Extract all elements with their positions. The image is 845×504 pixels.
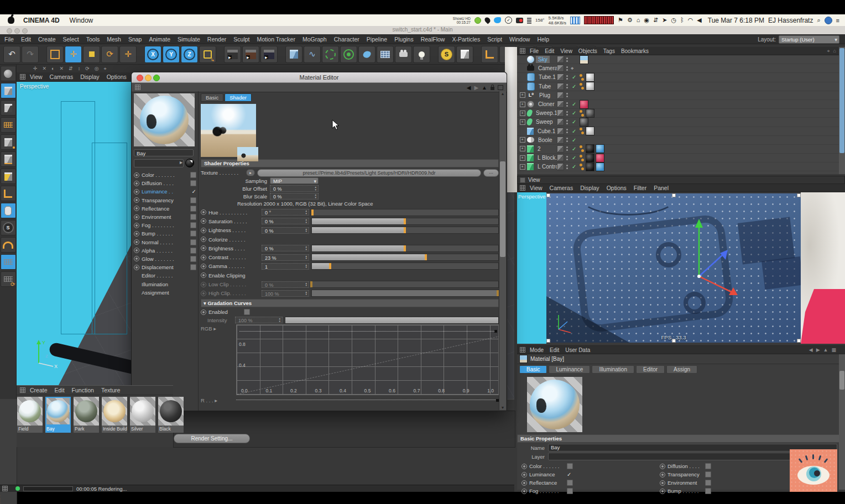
render-view-button[interactable] bbox=[224, 46, 241, 63]
channel-label[interactable]: Reflectance bbox=[529, 480, 565, 486]
viewport-toggle-icon[interactable]: ✕ bbox=[60, 66, 64, 72]
enabled-check-icon[interactable]: ✓ bbox=[572, 74, 576, 80]
object-menu-item[interactable]: Edit bbox=[545, 48, 554, 54]
nav-forward-icon[interactable]: ▶ bbox=[816, 347, 820, 353]
visibility-dots-icon[interactable] bbox=[566, 111, 568, 116]
parameter-radio-icon[interactable] bbox=[201, 209, 206, 215]
panel-grid-icon[interactable] bbox=[20, 74, 25, 80]
channel-radio-icon[interactable] bbox=[660, 472, 665, 477]
sky-object-button[interactable]: S bbox=[438, 46, 455, 63]
selection-handle[interactable] bbox=[672, 193, 676, 197]
texture-mode-icon[interactable] bbox=[1, 100, 16, 116]
material-sphere-frame[interactable] bbox=[17, 397, 43, 426]
rgb-curve-graph[interactable]: 0.8 0.4 0.00.10.20.30.40.50.60.70.80.91.… bbox=[236, 324, 499, 395]
panel-grid-icon[interactable] bbox=[520, 48, 525, 54]
lock-workplane-icon[interactable] bbox=[1, 254, 16, 270]
layer-icon[interactable] bbox=[557, 92, 564, 99]
texture-expand-button[interactable]: ▸ bbox=[246, 169, 255, 176]
minimize-icon[interactable] bbox=[145, 75, 152, 81]
object-type-icon[interactable] bbox=[527, 73, 535, 81]
material-sphere-frame[interactable] bbox=[158, 397, 184, 426]
scroll-thumb[interactable] bbox=[500, 161, 505, 257]
subdivision-surface-button[interactable] bbox=[322, 46, 339, 63]
expand-icon[interactable]: + bbox=[520, 146, 525, 151]
object-row[interactable]: + L Control ✓ ⌖ bbox=[517, 162, 845, 171]
channel-checkbox[interactable] bbox=[567, 480, 573, 486]
object-name[interactable]: 2 bbox=[535, 145, 543, 153]
viewport-toggle-icon[interactable]: ◐ bbox=[51, 66, 54, 72]
tray-icon[interactable]: ◠ bbox=[688, 17, 693, 24]
parameter-radio-icon[interactable] bbox=[201, 237, 206, 242]
object-name[interactable]: Tube bbox=[536, 83, 553, 90]
object-row[interactable]: + Cube.1 ✓ ⌖ bbox=[517, 127, 845, 136]
scale-tool-icon[interactable] bbox=[83, 46, 100, 63]
coordinates-tag-icon[interactable] bbox=[580, 110, 585, 117]
channel-radio-icon[interactable] bbox=[521, 472, 527, 477]
basic-properties-header[interactable]: Basic Properties bbox=[517, 434, 845, 443]
scroll-down-icon[interactable]: ▼ bbox=[499, 406, 506, 410]
object-type-icon[interactable] bbox=[527, 91, 535, 99]
viewport-toggle-icon[interactable]: ✕ bbox=[43, 66, 47, 72]
object-menu-item[interactable]: Bookmarks bbox=[621, 48, 649, 54]
channel-row[interactable]: Transparency bbox=[134, 196, 196, 204]
object-row[interactable]: + Sky ✓ ⌖ bbox=[517, 55, 845, 64]
object-row[interactable]: + Tube.1 ✓ ⌖ bbox=[517, 73, 845, 82]
channel-radio-icon[interactable] bbox=[134, 214, 139, 220]
material-name[interactable]: Silver bbox=[130, 426, 155, 433]
enabled-check-icon[interactable]: ✓ bbox=[572, 110, 576, 116]
channel-radio-icon[interactable] bbox=[134, 197, 139, 203]
object-row[interactable]: + Tube ✓ ⌖ bbox=[517, 82, 845, 91]
material-sphere[interactable] bbox=[75, 400, 97, 422]
visibility-dots-icon[interactable] bbox=[566, 129, 568, 133]
channel-row[interactable]: Glow . . . . . . . bbox=[134, 255, 196, 263]
coordinates-tag-icon[interactable] bbox=[580, 128, 585, 134]
path-up-icon[interactable]: ⌖ bbox=[827, 48, 830, 54]
parameter-value-field[interactable]: 0 % bbox=[262, 245, 309, 251]
viewport-menu-item[interactable]: Cameras bbox=[50, 74, 74, 80]
live-selection-icon[interactable] bbox=[46, 46, 64, 63]
channel-row[interactable]: Displacement bbox=[134, 263, 196, 271]
parameter-value-field[interactable]: 0 % bbox=[262, 218, 309, 224]
object-type-icon[interactable] bbox=[527, 137, 534, 143]
channel-label[interactable]: Reflectance bbox=[142, 206, 188, 212]
channel-row[interactable]: Illumination bbox=[134, 280, 196, 288]
scroll-thumb[interactable] bbox=[839, 371, 844, 390]
layer-icon[interactable] bbox=[557, 74, 564, 81]
coordinates-tag-icon[interactable] bbox=[580, 74, 585, 81]
channel-radio-icon[interactable] bbox=[134, 239, 139, 245]
parameter-slider[interactable] bbox=[311, 227, 499, 234]
light-tool-button[interactable] bbox=[413, 46, 430, 63]
object-row[interactable]: + 2 ✓ ⌖ bbox=[517, 145, 845, 154]
object-name[interactable]: Plug bbox=[537, 92, 552, 99]
panel-options-icon[interactable]: ▦ bbox=[831, 347, 836, 353]
blur-scale-field[interactable]: 0 % bbox=[270, 193, 319, 200]
channel-label[interactable]: Fog . . . . . . . bbox=[529, 488, 565, 494]
tray-icon[interactable]: ⚑ bbox=[618, 17, 623, 24]
environment-button[interactable] bbox=[456, 46, 473, 63]
material-editor-titlebar[interactable]: Material Editor bbox=[132, 72, 507, 83]
viewport-toggle-icon[interactable]: ⟳ bbox=[85, 66, 90, 72]
tray-icon[interactable]: ⚙ bbox=[627, 17, 633, 24]
lock-icon[interactable] bbox=[491, 87, 494, 90]
nav-forward-icon[interactable]: ▶ bbox=[474, 85, 478, 91]
expand-icon[interactable]: + bbox=[520, 102, 525, 107]
enabled-check-icon[interactable]: ✓ bbox=[572, 83, 576, 90]
attribute-menu-item[interactable]: User Data bbox=[565, 347, 590, 353]
channel-row[interactable]: Environment bbox=[655, 479, 794, 487]
tray-meter-icon[interactable] bbox=[527, 17, 531, 24]
parameter-slider[interactable] bbox=[311, 262, 499, 270]
channel-label[interactable]: Environment bbox=[667, 480, 703, 486]
object-type-icon[interactable] bbox=[527, 56, 534, 63]
viewport-toggle-icon[interactable]: ✛ bbox=[33, 66, 38, 72]
expand-icon[interactable]: + bbox=[520, 92, 525, 98]
panel-grid-icon[interactable] bbox=[520, 185, 525, 191]
enabled-check-icon[interactable]: ✓ bbox=[572, 101, 576, 107]
material-tag-icon[interactable] bbox=[580, 55, 588, 64]
material-sphere-frame[interactable] bbox=[130, 397, 155, 426]
channel-label[interactable]: Bump . . . . . . bbox=[142, 230, 188, 237]
coordinates-tag-icon[interactable] bbox=[580, 83, 585, 90]
object-type-icon[interactable] bbox=[527, 163, 534, 170]
channel-row[interactable]: Environment bbox=[134, 213, 196, 221]
tray-histogram-icon[interactable] bbox=[570, 17, 580, 24]
nav-back-icon[interactable]: ◀ bbox=[809, 347, 813, 353]
